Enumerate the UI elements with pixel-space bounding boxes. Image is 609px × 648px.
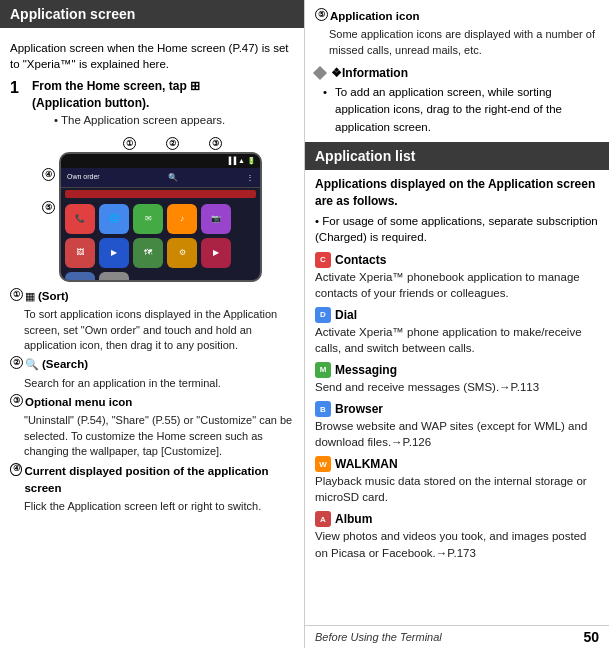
app-entry-name: Browser [335, 402, 383, 416]
app-entry-dial: D Dial Activate Xperia™ phone applicatio… [315, 307, 599, 356]
annotation-position: ④ Current displayed position of the appl… [10, 463, 294, 498]
marker-4: ④ [42, 168, 55, 181]
intro-text: Application screen when the Home screen … [10, 40, 294, 72]
app-entry-messaging: M Messaging Send and receive messages (S… [315, 362, 599, 395]
ann-menu-bullet: "Uninstall" (P.54), "Share" (P.55) or "C… [24, 413, 294, 459]
circle-3: ③ [10, 394, 23, 407]
app-entry-name: Messaging [335, 363, 397, 377]
app-entry-desc: Playback music data stored on the intern… [315, 473, 599, 505]
circle-5: ⑤ [315, 8, 328, 21]
annotation-appicon: ⑤ Application icon [315, 8, 599, 25]
app-entry-walkman: W WALKMAN Playback music data stored on … [315, 456, 599, 505]
page-number: 50 [583, 629, 599, 645]
app-entry-icon: C [315, 252, 331, 268]
annotation-menu: ③ Optional menu icon [10, 394, 294, 411]
app-list-intro: Applications displayed on the Applicatio… [315, 176, 599, 210]
info-header: ❖Information [315, 64, 599, 82]
app-icon-contacts: 📞 [65, 204, 95, 234]
app-entry-name: Contacts [335, 253, 386, 267]
app-entry-contacts: C Contacts Activate Xperia™ phonebook ap… [315, 252, 599, 301]
app-entry-desc: View photos and videos you took, and ima… [315, 528, 599, 560]
ann-sort-title: (Sort) [38, 288, 69, 305]
phone-mockup: ① ② ③ ④ ⑤ ▐▐ ▲ 🔋 Own order [42, 137, 262, 282]
left-section-header: Application screen [0, 0, 304, 28]
app-entry-desc: Activate Xperia™ phone application to ma… [315, 324, 599, 356]
phone-screen-area: ▐▐ ▲ 🔋 Own order 🔍 ⋮ 📞 🌐 ✉ [59, 152, 262, 282]
marker-2: ② [166, 137, 179, 150]
app-icon-play: ▶ [201, 238, 231, 268]
app-entry-icon: W [315, 456, 331, 472]
ann-menu-title: Optional menu icon [25, 394, 132, 411]
app-icon-tools: ⚙ [167, 238, 197, 268]
ann-search-title: (Search) [42, 356, 88, 373]
info-bullet: To add an application screen, while sort… [323, 84, 599, 136]
circle-4: ④ [10, 463, 22, 476]
marker-1: ① [123, 137, 136, 150]
app-entry-album: A Album View photos and videos you took,… [315, 511, 599, 560]
app-entry-name: Album [335, 512, 372, 526]
app-entry-browser: B Browser Browse website and WAP sites (… [315, 401, 599, 450]
ann-pos-title: Current displayed position of the applic… [24, 463, 294, 498]
app-entry-name: WALKMAN [335, 457, 398, 471]
app-icon-album: 🖼 [65, 238, 95, 268]
app-entry-icon: M [315, 362, 331, 378]
app-list-section: Application list Applications displayed … [305, 142, 609, 573]
app-icon-fb: f [65, 272, 95, 282]
circle-1: ① [10, 288, 23, 301]
app-entries: C Contacts Activate Xperia™ phonebook ap… [315, 252, 599, 561]
ann-pos-bullet: Flick the Application screen left or rig… [24, 499, 294, 514]
annotation-sort: ① ▦ (Sort) [10, 288, 294, 305]
app-icon-browser: 🌐 [99, 204, 129, 234]
marker-3: ③ [209, 137, 222, 150]
app-entry-desc: Activate Xperia™ phonebook application t… [315, 269, 599, 301]
app-entry-name: Dial [335, 308, 357, 322]
app-list-sub: • For usage of some applications, separa… [315, 213, 599, 245]
app-icon-msg: ✉ [133, 204, 163, 234]
ann-search-bullet: Search for an application in the termina… [24, 376, 294, 391]
app-list-header: Application list [305, 142, 609, 170]
footer-text: Before Using the Terminal [315, 631, 442, 643]
app-icon-cam: 📷 [201, 204, 231, 234]
app-entry-desc: Send and receive messages (SMS).→P.113 [315, 379, 599, 395]
step-title: From the Home screen, tap ⊞(Application … [32, 78, 225, 112]
app-icon-map: 🗺 [133, 238, 163, 268]
right-column: ⑤ Application icon Some application icon… [305, 0, 609, 648]
marker-5: ⑤ [42, 201, 55, 214]
ann-appicon-title: Application icon [330, 8, 419, 25]
app-entry-desc: Browse website and WAP sites (except for… [315, 418, 599, 450]
circle-2: ② [10, 356, 23, 369]
app-entry-icon: A [315, 511, 331, 527]
step-subtitle: • The Application screen appears. [54, 112, 225, 129]
footer-bar: Before Using the Terminal 50 [305, 625, 609, 648]
step-number: 1 [10, 76, 24, 100]
app-icon-video: ▶ [99, 238, 129, 268]
app-icon-music: ♪ [167, 204, 197, 234]
app-entry-icon: B [315, 401, 331, 417]
annotation-search: ② 🔍 (Search) [10, 356, 294, 373]
ann-sort-bullet: To sort application icons displayed in t… [24, 307, 294, 353]
app-entry-icon: D [315, 307, 331, 323]
app-icon-misc: ★ [99, 272, 129, 282]
ann-appicon-bullet: Some application icons are displayed wit… [329, 27, 599, 58]
